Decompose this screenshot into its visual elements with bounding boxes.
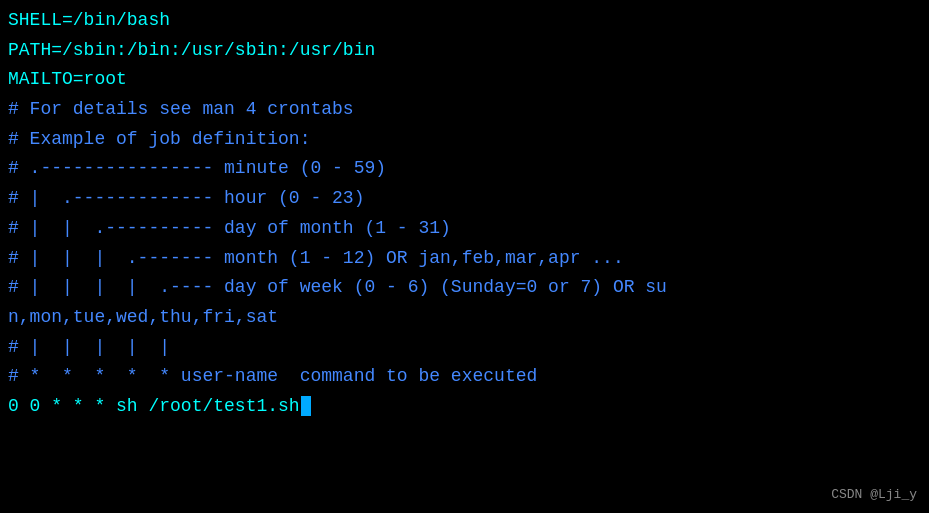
terminal-line: n,mon,tue,wed,thu,fri,sat (8, 303, 921, 333)
terminal-window: SHELL=/bin/bashPATH=/sbin:/bin:/usr/sbin… (0, 0, 929, 513)
terminal-line: # | .------------- hour (0 - 23) (8, 184, 921, 214)
terminal-line: # For details see man 4 crontabs (8, 95, 921, 125)
terminal-line: # | | .---------- day of month (1 - 31) (8, 214, 921, 244)
terminal-line: # .---------------- minute (0 - 59) (8, 154, 921, 184)
terminal-line: # * * * * * user-name command to be exec… (8, 362, 921, 392)
terminal-line: PATH=/sbin:/bin:/usr/sbin:/usr/bin (8, 36, 921, 66)
terminal-line: # Example of job definition: (8, 125, 921, 155)
text-cursor (301, 396, 311, 416)
terminal-line: # | | | | | (8, 333, 921, 363)
watermark: CSDN @Lji_y (831, 484, 917, 505)
terminal-line: SHELL=/bin/bash (8, 6, 921, 36)
terminal-line: MAILTO=root (8, 65, 921, 95)
terminal-line: # | | | | .---- day of week (0 - 6) (Sun… (8, 273, 921, 303)
terminal-line: 0 0 * * * sh /root/test1.sh (8, 392, 921, 422)
terminal-line: # | | | .------- month (1 - 12) OR jan,f… (8, 244, 921, 274)
